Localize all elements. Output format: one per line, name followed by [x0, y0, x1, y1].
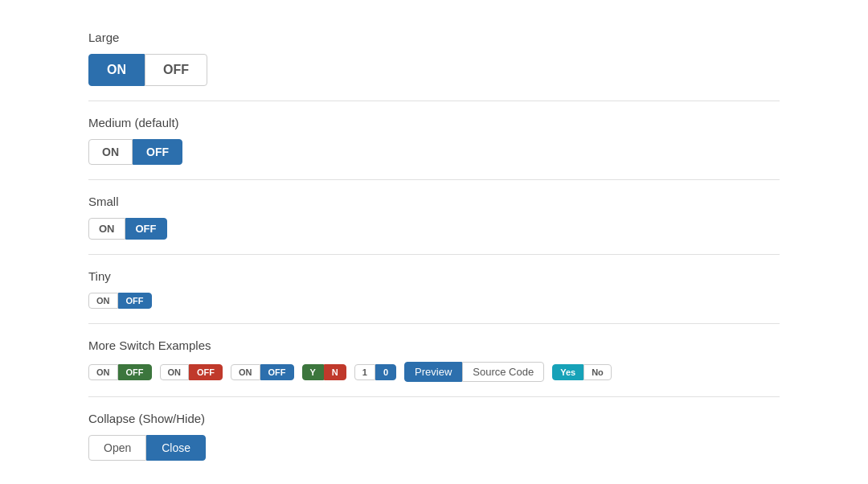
section-collapse-title: Collapse (Show/Hide): [88, 412, 780, 425]
large-on-button[interactable]: ON: [88, 54, 145, 86]
blue-off-button[interactable]: OFF: [260, 364, 294, 380]
0-button[interactable]: 0: [375, 364, 396, 380]
source-code-button[interactable]: Source Code: [462, 362, 544, 382]
close-button[interactable]: Close: [146, 435, 206, 461]
section-medium: Medium (default) ON OFF: [88, 101, 780, 180]
y-button[interactable]: Y: [302, 364, 324, 380]
section-tiny: Tiny ON OFF: [88, 255, 780, 324]
section-small-title: Small: [88, 195, 780, 208]
toggle-small: ON OFF: [88, 218, 780, 240]
section-large: Large ON OFF: [88, 16, 780, 101]
tiny-off-button[interactable]: OFF: [118, 293, 152, 309]
main-container: Large ON OFF Medium (default) ON OFF Sma…: [32, 0, 836, 484]
green-off-button[interactable]: OFF: [118, 364, 152, 380]
10-group: 1 0: [354, 364, 396, 380]
more-examples-row: ON OFF ON OFF ON OFF Y N 1 0: [88, 362, 780, 382]
1-button[interactable]: 1: [354, 364, 375, 380]
section-more-title: More Switch Examples: [88, 338, 780, 352]
yes-button[interactable]: Yes: [552, 364, 583, 380]
tiny-on-button[interactable]: ON: [88, 293, 118, 309]
red-off-group: ON OFF: [160, 364, 223, 380]
medium-on-button[interactable]: ON: [88, 139, 133, 165]
large-off-button[interactable]: OFF: [145, 54, 207, 86]
green-off-group: ON OFF: [88, 364, 152, 380]
medium-off-button[interactable]: OFF: [133, 139, 182, 165]
section-medium-title: Medium (default): [88, 116, 780, 129]
blue-off-group: ON OFF: [231, 364, 294, 380]
no-button[interactable]: No: [583, 364, 612, 380]
preview-button[interactable]: Preview: [404, 362, 462, 382]
section-more-examples: More Switch Examples ON OFF ON OFF ON OF…: [88, 324, 780, 397]
green-on-button[interactable]: ON: [88, 364, 118, 380]
small-off-button[interactable]: OFF: [125, 218, 167, 240]
toggle-medium: ON OFF: [88, 139, 780, 165]
small-on-button[interactable]: ON: [88, 218, 125, 240]
toggle-tiny: ON OFF: [88, 293, 780, 309]
collapse-group: Open Close: [88, 435, 780, 461]
blue-on-button[interactable]: ON: [231, 364, 260, 380]
open-button[interactable]: Open: [88, 435, 146, 461]
yn-group: Y N: [302, 364, 346, 380]
section-small: Small ON OFF: [88, 180, 780, 255]
section-tiny-title: Tiny: [88, 269, 780, 283]
preview-source-group: Preview Source Code: [404, 362, 544, 382]
red-off-button[interactable]: OFF: [189, 364, 223, 380]
section-large-title: Large: [88, 31, 780, 44]
toggle-large: ON OFF: [88, 54, 780, 86]
n-button[interactable]: N: [324, 364, 346, 380]
section-collapse: Collapse (Show/Hide) Open Close: [88, 397, 780, 475]
yes-no-group: Yes No: [552, 364, 612, 380]
red-on-button[interactable]: ON: [160, 364, 190, 380]
